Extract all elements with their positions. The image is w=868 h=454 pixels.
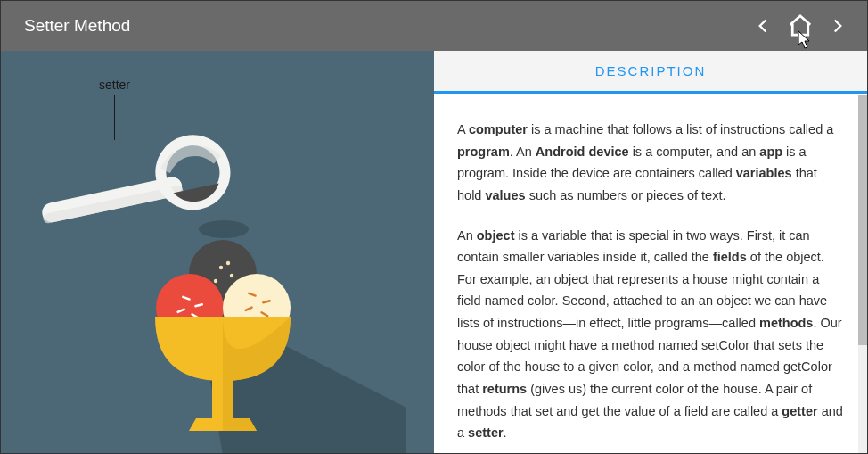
ice-cream-illustration xyxy=(23,87,415,453)
svg-point-0 xyxy=(199,220,249,238)
svg-point-5 xyxy=(219,266,223,269)
forward-icon[interactable] xyxy=(826,14,849,37)
description-heading: DESCRIPTION xyxy=(434,51,867,94)
scrollbar-thumb[interactable] xyxy=(858,95,867,345)
page-title: Setter Method xyxy=(24,16,751,36)
svg-point-8 xyxy=(226,261,230,265)
header-bar: Setter Method xyxy=(1,1,867,51)
description-panel: DESCRIPTION A computer is a machine that… xyxy=(434,51,867,453)
desc-para-2: An object is a variable that is special … xyxy=(457,225,844,444)
nav-icons xyxy=(751,12,849,39)
illustration-panel: setter xyxy=(1,51,434,453)
svg-rect-21 xyxy=(223,377,233,418)
description-body[interactable]: A computer is a machine that follows a l… xyxy=(434,94,867,453)
home-icon[interactable] xyxy=(787,12,814,39)
back-icon[interactable] xyxy=(751,14,774,37)
content-area: setter xyxy=(1,51,867,453)
svg-point-7 xyxy=(214,279,217,283)
desc-para-1: A computer is a machine that follows a l… xyxy=(457,119,844,207)
svg-point-6 xyxy=(230,274,233,277)
